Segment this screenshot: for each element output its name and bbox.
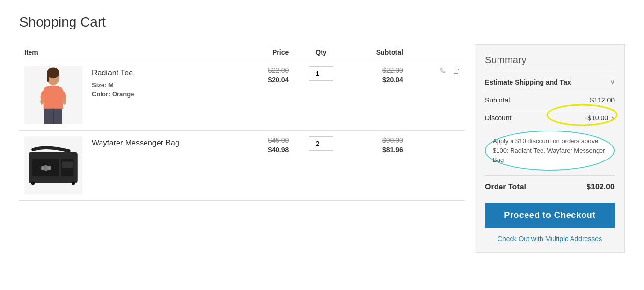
wayfarer-bag-subtotal-new: $81.96 — [353, 146, 403, 154]
radiant-tee-price-old: $22.00 — [249, 66, 289, 74]
radiant-tee-name: Radiant Tee — [92, 69, 239, 77]
summary-sidebar: Summary Estimate Shipping and Tax ∨ Subt… — [475, 44, 625, 253]
product-image-cell — [19, 60, 87, 130]
cart-section: Item Price Qty Subtotal — [19, 44, 465, 253]
svg-point-10 — [31, 181, 35, 185]
subtotal-row: Subtotal $112.00 — [485, 91, 615, 109]
wayfarer-bag-name: Wayfarer Messenger Bag — [92, 139, 239, 147]
radiant-tee-subtotal-old: $22.00 — [353, 66, 403, 74]
estimate-shipping-label: Estimate Shipping and Tax — [485, 78, 571, 86]
wayfarer-bag-qty-cell — [293, 130, 348, 201]
delete-radiant-tee-icon[interactable]: 🗑 — [453, 67, 460, 75]
page-title: Shopping Cart — [19, 14, 625, 30]
product-image-cell — [19, 130, 87, 201]
product-info-cell: Wayfarer Messenger Bag — [87, 130, 244, 201]
wayfarer-bag-price-cell: $45.00 $40.98 — [244, 130, 293, 201]
wayfarer-bag-qty-input[interactable] — [309, 136, 333, 151]
svg-rect-12 — [62, 162, 73, 168]
radiant-tee-subtotal-new: $20.04 — [353, 76, 403, 84]
col-subtotal: Subtotal — [349, 44, 408, 60]
discount-note-wrapper: Apply a $10 discount on orders above $10… — [485, 130, 615, 171]
subtotal-value: $112.00 — [590, 96, 615, 104]
discount-row: Discount -$10.00 ∧ — [485, 109, 615, 127]
radiant-tee-qty-input[interactable] — [309, 66, 333, 81]
multi-address-link[interactable]: Check Out with Multiple Addresses — [485, 235, 615, 243]
discount-value: -$10.00 — [585, 114, 608, 122]
wayfarer-bag-subtotal-cell: $90.00 $81.96 — [349, 130, 408, 201]
wayfarer-bag-price-old: $45.00 — [249, 136, 289, 144]
estimate-shipping-row[interactable]: Estimate Shipping and Tax ∨ — [485, 73, 615, 91]
radiant-tee-image — [24, 66, 82, 124]
discount-label: Discount — [485, 114, 511, 122]
summary-title: Summary — [485, 55, 615, 66]
col-item: Item — [19, 44, 244, 60]
radiant-tee-qty-cell — [293, 60, 348, 130]
edit-radiant-tee-icon[interactable]: ✎ — [439, 66, 446, 75]
order-total-value: $102.00 — [586, 183, 615, 191]
radiant-tee-price-cell: $22.00 $20.04 — [244, 60, 293, 130]
radiant-tee-color: Color: Orange — [92, 90, 239, 98]
wayfarer-bag-svg — [24, 141, 82, 189]
wayfarer-bag-info: Wayfarer Messenger Bag — [92, 136, 239, 147]
wayfarer-bag-price-new: $40.98 — [249, 146, 289, 154]
col-qty: Qty — [293, 44, 348, 60]
discount-note: Apply a $10 discount on orders above $10… — [485, 130, 615, 171]
svg-rect-8 — [44, 165, 47, 171]
wayfarer-bag-image — [24, 136, 82, 194]
order-total-label: Order Total — [485, 183, 526, 191]
proceed-to-checkout-button[interactable]: Proceed to Checkout — [485, 203, 615, 228]
discount-value-container: -$10.00 ∧ — [585, 114, 615, 122]
radiant-tee-subtotal-cell: $22.00 $20.04 — [349, 60, 408, 130]
radiant-tee-price-new: $20.04 — [249, 76, 289, 84]
subtotal-label: Subtotal — [485, 96, 510, 104]
radiant-tee-info: Radiant Tee Size: M Color: Orange — [92, 66, 239, 98]
radiant-tee-svg — [29, 66, 77, 124]
col-price: Price — [244, 44, 293, 60]
radiant-tee-actions: ✎ 🗑 — [408, 60, 465, 130]
wayfarer-bag-actions — [408, 130, 465, 201]
shopping-cart-page: Shopping Cart Item Price Qty Subtotal — [0, 0, 644, 267]
product-info-cell: Radiant Tee Size: M Color: Orange — [87, 60, 244, 130]
wayfarer-bag-subtotal-old: $90.00 — [353, 136, 403, 144]
chevron-down-icon: ∨ — [610, 79, 615, 86]
order-total-row: Order Total $102.00 — [485, 175, 615, 198]
discount-toggle-icon[interactable]: ∧ — [611, 115, 615, 121]
radiant-tee-size: Size: M — [92, 81, 239, 88]
cart-table: Item Price Qty Subtotal — [19, 44, 465, 201]
svg-rect-2 — [47, 72, 49, 82]
svg-point-11 — [72, 181, 75, 185]
main-layout: Item Price Qty Subtotal — [19, 44, 625, 253]
table-row: Radiant Tee Size: M Color: Orange $22.00 — [19, 60, 465, 130]
table-row: Wayfarer Messenger Bag $45.00 $40.98 $90… — [19, 130, 465, 201]
